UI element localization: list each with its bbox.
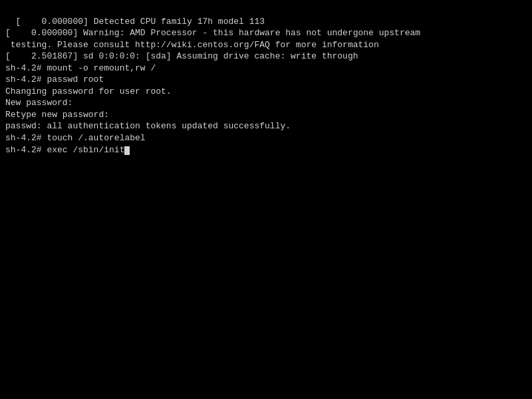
terminal-output: [ 0.000000] Detected CPU family 17h mode… [5, 17, 420, 155]
terminal-cursor [124, 146, 130, 155]
terminal-window[interactable]: [ 0.000000] Detected CPU family 17h mode… [0, 0, 532, 399]
